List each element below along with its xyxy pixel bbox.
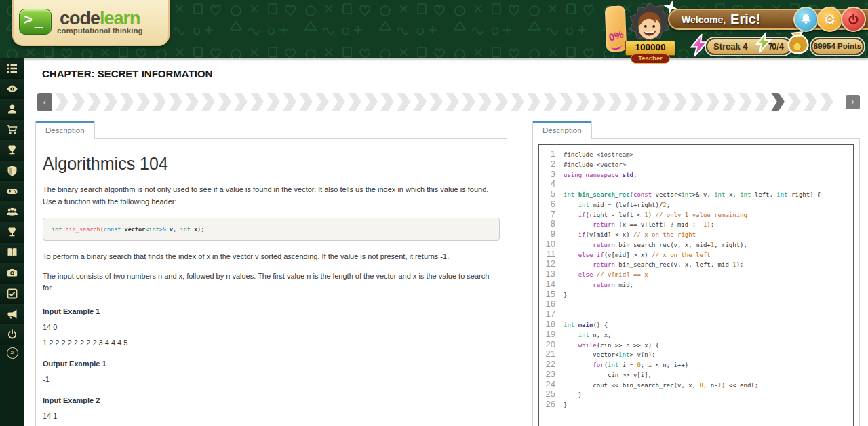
progress-chevron[interactable] xyxy=(120,93,134,111)
progress-chevron[interactable] xyxy=(690,93,703,111)
progress-chevron[interactable] xyxy=(55,93,68,111)
progress-chevron[interactable] xyxy=(250,93,264,111)
progress-chevron[interactable] xyxy=(722,93,736,111)
problem-paragraph-1: The binary search algorithm is not only … xyxy=(43,184,500,208)
progress-chevron[interactable] xyxy=(755,93,768,111)
app-header: > _ codelearn computational thinking 0% … xyxy=(0,0,868,58)
line-number: 8 xyxy=(539,218,559,229)
sidebar-item-book[interactable] xyxy=(0,243,24,263)
sidebar-item-trophy2[interactable] xyxy=(0,222,24,243)
line-number: 12 xyxy=(539,258,559,269)
progress-chevron[interactable] xyxy=(446,93,459,111)
sidebar-item-trophy[interactable] xyxy=(0,140,24,161)
tab-description-left[interactable]: Description xyxy=(35,121,95,139)
prev-lesson-button[interactable]: ‹ xyxy=(37,93,52,111)
solution-panel-body: 1#include <iostream>2#include <vector>3u… xyxy=(532,138,860,426)
streak-label: Streak 4 xyxy=(713,39,748,54)
progress-chevron[interactable] xyxy=(397,93,410,111)
megaphone-icon xyxy=(6,308,18,320)
sidebar-item-list[interactable] xyxy=(0,58,24,79)
progress-chevron[interactable] xyxy=(592,93,606,111)
progress-chevron[interactable] xyxy=(299,93,313,111)
progress-chevron[interactable] xyxy=(87,93,101,111)
progress-chevron[interactable] xyxy=(608,93,622,111)
logout-button[interactable] xyxy=(841,7,866,32)
code-line: 12 return bin_search_rec(v, x, left, mid… xyxy=(539,258,853,269)
progress-chevron[interactable] xyxy=(462,93,475,111)
progress-chevron[interactable] xyxy=(364,93,378,111)
progress-chevron[interactable] xyxy=(771,93,785,111)
line-number: 15 xyxy=(539,289,559,299)
sidebar-item-cart[interactable] xyxy=(0,120,24,140)
code-editor[interactable]: 1#include <iostream>2#include <vector>3u… xyxy=(538,144,854,426)
sidebar-item-users-group[interactable] xyxy=(0,201,24,222)
code-line: 4 xyxy=(539,178,853,189)
progress-chevron[interactable] xyxy=(104,93,117,111)
progress-chevron[interactable] xyxy=(234,93,248,111)
code-line: 24 cout << bin_search_rec(v, x, 0, n-1) … xyxy=(539,379,853,389)
progress-chevron[interactable] xyxy=(657,93,671,111)
progress-chevron[interactable] xyxy=(201,93,215,111)
progress-chevron[interactable] xyxy=(348,93,361,111)
sidebar-item-camera[interactable] xyxy=(0,263,24,284)
progress-chevron[interactable] xyxy=(804,93,817,111)
progress-chevron[interactable] xyxy=(429,93,443,111)
progress-chevron[interactable] xyxy=(413,93,427,111)
next-lesson-button[interactable]: › xyxy=(846,95,860,109)
code-line: 21 vector<int> v(n); xyxy=(539,349,853,359)
bolt-count-badge: 7 xyxy=(768,42,773,52)
progress-chevron[interactable] xyxy=(315,93,329,111)
sidebar-item-eye[interactable] xyxy=(0,79,24,99)
progress-chevron[interactable] xyxy=(267,93,280,111)
progress-chevron[interactable] xyxy=(673,93,687,111)
progress-chevron[interactable] xyxy=(136,93,150,111)
sidebar-item-megaphone[interactable] xyxy=(0,304,24,324)
progress-chevron[interactable] xyxy=(511,93,524,111)
line-number: 6 xyxy=(539,199,559,209)
notifications-button[interactable] xyxy=(793,7,818,32)
user-avatar[interactable]: 100000 Teacher xyxy=(625,1,674,62)
progress-chevron[interactable] xyxy=(543,93,557,111)
progress-chevrons xyxy=(55,93,840,111)
gear-icon: ⚙ xyxy=(823,12,836,26)
progress-chevron[interactable] xyxy=(576,93,589,111)
line-number: 7 xyxy=(539,209,559,219)
progress-chevron[interactable] xyxy=(169,93,182,111)
progress-chevron[interactable] xyxy=(641,93,654,111)
progress-chevron[interactable] xyxy=(218,93,231,111)
problem-panel-body: Algorithmics 104 The binary search algor… xyxy=(35,138,507,426)
progress-chevron[interactable] xyxy=(787,93,801,111)
sidebar-collapse-button[interactable]: » xyxy=(0,345,24,362)
progress-chevron[interactable] xyxy=(153,93,166,111)
progress-percent-badge: 0% xyxy=(605,5,627,52)
settings-button[interactable]: ⚙ xyxy=(817,7,842,32)
progress-chevron[interactable] xyxy=(625,93,638,111)
progress-chevron[interactable] xyxy=(185,93,199,111)
sidebar-item-shield[interactable] xyxy=(0,161,24,181)
progress-chevron[interactable] xyxy=(283,93,296,111)
brand-logo[interactable]: > _ codelearn computational thinking xyxy=(12,0,170,46)
progress-chevron[interactable] xyxy=(380,93,394,111)
sidebar-item-power[interactable] xyxy=(0,324,24,345)
power-icon xyxy=(847,13,860,26)
progress-chevron[interactable] xyxy=(738,93,752,111)
progress-chevron[interactable] xyxy=(559,93,573,111)
sidebar-item-gamepad[interactable] xyxy=(0,181,24,201)
progress-chevron[interactable] xyxy=(527,93,540,111)
tab-description-right[interactable]: Description xyxy=(532,121,592,139)
sidebar-item-user[interactable] xyxy=(0,99,24,119)
examples: Input Example 114 01 2 2 2 2 2 2 2 2 3 4… xyxy=(43,307,500,426)
points-badge: 89954 Points xyxy=(811,38,864,55)
code-line: 6 int mid = (left+right)/2; xyxy=(539,199,853,209)
progress-chevron[interactable] xyxy=(706,93,719,111)
sidebar-item-checkbox[interactable] xyxy=(0,284,24,304)
progress-chevron[interactable] xyxy=(478,93,492,111)
line-number: 17 xyxy=(539,309,559,319)
progress-chevron[interactable] xyxy=(494,93,508,111)
progress-chevron[interactable] xyxy=(71,93,85,111)
line-number: 23 xyxy=(539,369,559,379)
code-line: 2#include <vector> xyxy=(539,159,853,169)
progress-chevron[interactable] xyxy=(332,93,345,111)
user-name: Eric! xyxy=(730,12,760,27)
progress-chevron[interactable] xyxy=(820,93,833,111)
